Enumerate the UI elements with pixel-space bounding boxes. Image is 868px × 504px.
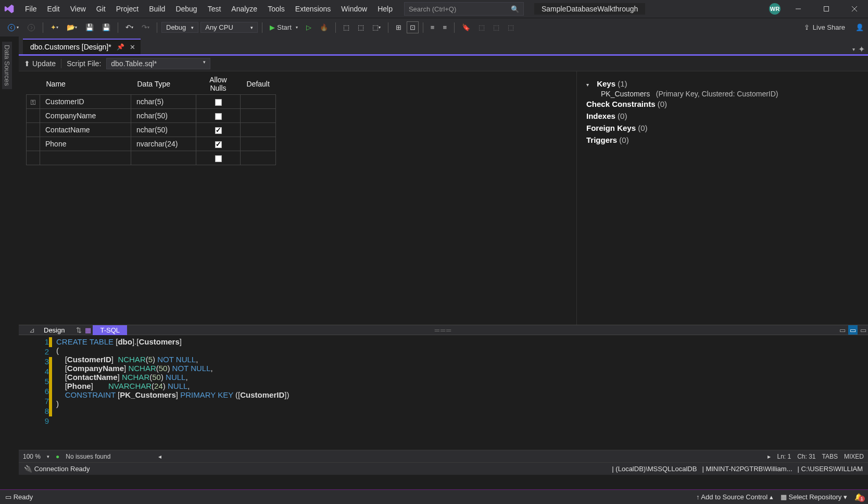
columns-grid[interactable]: Name Data Type Allow Nulls Default ⚿Cust… [19,71,576,325]
script-file-combo[interactable]: dbo.Table.sql*▾ [106,58,210,69]
maximize-button[interactable] [816,1,837,17]
live-share-button[interactable]: Live Share [813,23,845,31]
search-box[interactable]: Search (Ctrl+Q) 🔍 [404,2,524,16]
sql-editor[interactable]: 123456789 CREATE TABLE [dbo].[Customers]… [19,335,868,450]
col-hdr-type[interactable]: Data Type [131,73,196,95]
redo-button[interactable]: ↷▾ [139,21,153,33]
hscroll-right[interactable]: ▸ [768,453,771,460]
cell-default[interactable] [241,123,276,137]
menu-window[interactable]: Window [336,3,372,15]
table-row[interactable]: CompanyNamenchar(50) [27,109,526,123]
tab-design[interactable]: Design [36,325,72,335]
prop-triggers[interactable]: Triggers (0) [586,134,859,146]
tb-icon-7[interactable]: ≡ [439,21,450,33]
menu-git[interactable]: Git [91,3,111,15]
cell-default[interactable] [241,137,276,151]
nav-back-button[interactable]: ▾ [4,21,22,34]
close-button[interactable] [844,1,865,17]
hscroll-left[interactable]: ◂ [158,453,161,460]
tb-icon-5[interactable]: ⊡ [407,21,419,33]
open-file-button[interactable]: 📂▾ [64,21,80,33]
menu-test[interactable]: Test [203,3,227,15]
undo-button[interactable]: ↶▾ [122,21,136,33]
table-row-new[interactable] [27,151,526,165]
cell-type[interactable]: nchar(5) [131,95,196,109]
layout-icon-3[interactable]: ▭ [859,325,868,335]
tb-icon-2[interactable]: ⬚ [355,21,367,33]
close-tab-icon[interactable]: ✕ [130,43,135,51]
menu-project[interactable]: Project [111,3,144,15]
menu-help[interactable]: Help [372,3,398,15]
tb-icon-3[interactable]: ⬚▾ [369,21,384,33]
cell-type[interactable]: nvarchar(24) [131,137,196,151]
prop-foreign-keys[interactable]: Foreign Keys (0) [586,122,859,134]
cell-default[interactable] [241,95,276,109]
menu-file[interactable]: File [20,3,42,15]
tab-tsql[interactable]: ▦ T-SQL [83,325,129,335]
layout-icon-2[interactable]: ▭ [848,325,858,335]
update-button[interactable]: ⬆ Update [24,59,56,68]
prop-indexes[interactable]: Indexes (0) [586,110,859,122]
table-row[interactable]: ⚿CustomerIDnchar(5) [27,95,526,109]
cell-nulls[interactable] [196,123,241,137]
start-without-debug-button[interactable]: ▷ [303,21,315,33]
prop-key-item[interactable]: PK_Customers (Primary Key, Clustered: Cu… [586,90,859,98]
menu-extensions[interactable]: Extensions [290,3,336,15]
start-debug-button[interactable]: ▶Start▾ [267,21,300,33]
cell-name[interactable]: CompanyName [40,109,131,123]
swap-icon[interactable]: ⇅ [74,325,83,335]
tb-icon-9[interactable]: ⬚ [490,21,502,33]
menu-tools[interactable]: Tools [262,3,290,15]
cell-name[interactable]: CustomerID [40,95,131,109]
cell-nulls[interactable] [196,95,241,109]
side-tab-data-sources[interactable]: Data Sources [2,42,12,89]
tb-icon-6[interactable]: ≡ [427,21,438,33]
prop-keys[interactable]: ▾ Keys (1) [586,78,859,90]
menu-edit[interactable]: Edit [42,3,65,15]
col-hdr-nulls[interactable]: Allow Nulls [196,73,241,95]
menu-view[interactable]: View [65,3,91,15]
platform-combo[interactable]: Any CPU▾ [200,22,258,33]
tb-icon-10[interactable]: ⬚ [505,21,517,33]
zoom-caret[interactable]: ▾ [47,454,49,459]
account-icon[interactable]: 👤 [856,23,864,31]
zoom-level[interactable]: 100 % [23,453,41,460]
select-repository[interactable]: ▦ Select Repository ▾ [781,493,847,501]
table-row[interactable]: Phonenvarchar(24) [27,137,526,151]
menu-build[interactable]: Build [144,3,170,15]
grip-icon[interactable]: ═══ [435,326,452,334]
menu-debug[interactable]: Debug [170,3,202,15]
cell-nulls[interactable] [196,109,241,123]
pin-icon[interactable]: 📌 [117,43,124,51]
cell-type[interactable]: nchar(50) [131,123,196,137]
col-hdr-default[interactable]: Default [241,73,276,95]
tb-icon-8[interactable]: ⬚ [475,21,488,33]
tabs-mode[interactable]: TABS [822,453,838,460]
tb-icon-bookmark[interactable]: 🔖 [459,21,473,33]
save-all-button[interactable]: 💾 [99,21,114,33]
hot-reload-button[interactable]: 🔥 [317,21,331,33]
doc-tab-customers[interactable]: dbo.Customers [Design]* 📌 ✕ [23,39,141,54]
pane-splitter[interactable]: ⊿ Design ⇅ ▦ T-SQL ═══ ▭ ▭ ▭ [19,325,868,335]
collapse-icon[interactable]: ▾ [586,82,592,88]
save-button[interactable]: 💾 [82,21,97,33]
cell-name[interactable]: ContactName [40,123,131,137]
minimize-button[interactable] [788,1,809,17]
cell-default[interactable] [241,109,276,123]
table-row[interactable]: ContactNamenchar(50) [27,123,526,137]
expand-icon[interactable]: ⊿ [27,325,36,335]
solution-name[interactable]: SampleDatabaseWalkthrough [534,3,645,15]
add-source-control[interactable]: ↑ Add to Source Control ▴ [696,493,773,501]
prop-check-constraints[interactable]: Check Constraints (0) [586,98,859,110]
cell-nulls[interactable] [196,137,241,151]
cell-name[interactable]: Phone [40,137,131,151]
issues-text[interactable]: No issues found [66,453,110,460]
tb-icon-4[interactable]: ⊞ [393,21,405,33]
avatar[interactable]: WR [769,3,781,15]
notifications-icon[interactable]: 🔔1 [854,493,863,501]
col-hdr-name[interactable]: Name [40,73,131,95]
tab-settings-icon[interactable]: ✦ [858,44,865,54]
config-combo[interactable]: Debug▾ [161,22,198,33]
nav-fwd-button[interactable] [24,21,39,34]
menu-analyze[interactable]: Analyze [226,3,262,15]
